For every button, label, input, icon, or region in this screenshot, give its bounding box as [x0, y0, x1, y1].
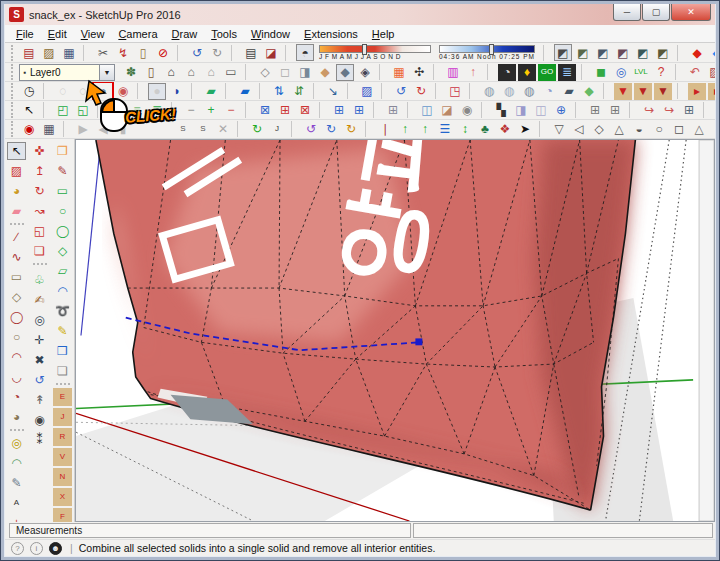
clock-dark-button[interactable]: ◔ — [498, 64, 516, 81]
swap-up-down-button[interactable]: ⇅ — [270, 83, 288, 100]
table-green-1-button[interactable]: ◰ — [54, 102, 72, 119]
shield-3-button[interactable]: ◍ — [520, 83, 538, 100]
shape-blob-button[interactable]: ○ — [710, 121, 715, 138]
doc-gray-button[interactable]: ◉ — [458, 102, 476, 119]
two-point-arc-tool[interactable]: ◡ — [7, 368, 26, 386]
tan-r-2-button[interactable]: ▸ — [708, 83, 715, 100]
lines-green-3-button[interactable]: ≣ — [148, 102, 166, 119]
scale-tool[interactable]: ◱ — [30, 222, 49, 240]
shadow-face-style-button[interactable]: ◓ — [296, 44, 314, 61]
pencil-red-button[interactable]: ╱ — [714, 102, 715, 119]
checker-button[interactable]: ▚ — [492, 102, 510, 119]
shield-1-button[interactable]: ◍ — [480, 83, 498, 100]
shape-cup-button[interactable]: ◻ — [670, 121, 688, 138]
shape-circle-green-tool[interactable]: ○ — [53, 202, 72, 220]
sliders-dark-button[interactable]: ≣ — [558, 64, 576, 81]
erase-button[interactable]: ⊘ — [154, 44, 172, 61]
shaded-style-button[interactable]: ◆ — [316, 64, 334, 81]
spacer-1[interactable] — [134, 121, 152, 138]
play-gray-button[interactable]: ▶ — [74, 121, 92, 138]
minus-red-button[interactable]: − — [222, 102, 240, 119]
doc-blue-button[interactable]: ◫ — [418, 102, 436, 119]
knife-button[interactable]: ▰ — [560, 83, 578, 100]
measurements-value-box[interactable] — [413, 523, 713, 538]
tan-r-1-button[interactable]: ▸ — [688, 83, 706, 100]
shape-ellipse-green-tool[interactable]: ◯ — [53, 222, 72, 240]
drop-e-tool[interactable]: E — [53, 388, 72, 406]
geolocation-icon[interactable]: ? — [11, 542, 24, 555]
tan-x-3-button[interactable]: ▼ — [654, 83, 672, 100]
circle-tool[interactable]: ◯ — [7, 308, 26, 326]
scene-cabinet-view-button[interactable]: ▯ — [142, 64, 160, 81]
table-green-2-button[interactable]: ◱ — [74, 102, 92, 119]
fog-style-6-button[interactable]: ◩ — [654, 44, 672, 61]
zoom-blue-button[interactable]: ◎ — [612, 64, 630, 81]
menu-extensions[interactable]: Extensions — [297, 26, 365, 42]
curve-blue-tool[interactable]: ◠ — [53, 282, 72, 300]
record-button[interactable]: ◉ — [20, 121, 38, 138]
rotate-cw-red-button[interactable]: ↻ — [412, 83, 430, 100]
shield-2-button[interactable]: ◍ — [500, 83, 518, 100]
menu-draw[interactable]: Draw — [165, 26, 205, 42]
fog-style-5-button[interactable]: ◩ — [634, 44, 652, 61]
line-tool[interactable]: ∕ — [7, 228, 26, 246]
shape-sphere-button[interactable]: ○ — [650, 121, 668, 138]
textured-style-button[interactable]: ◆ — [336, 64, 354, 81]
offset-tool[interactable]: ❏ — [30, 242, 49, 260]
swap-down-up-button[interactable]: ⇵ — [290, 83, 308, 100]
menu-file[interactable]: File — [9, 26, 41, 42]
fog-style-4-button[interactable]: ◩ — [614, 44, 632, 61]
drop-x-tool[interactable]: X — [53, 488, 72, 506]
freehand-tool[interactable]: ∿ — [7, 248, 26, 266]
web-button[interactable]: ⊕ — [552, 102, 570, 119]
wireframe-style-button[interactable]: ◻ — [276, 64, 294, 81]
zoom-extents-tool[interactable]: ✖ — [30, 351, 49, 369]
slider-thumb[interactable] — [489, 44, 494, 55]
walk-tool[interactable]: ⁑ — [30, 431, 49, 449]
scatter-arrows-button[interactable]: ✣ — [410, 64, 428, 81]
dimension-tool[interactable]: ✎ — [7, 474, 26, 492]
rotated-rectangle-tool[interactable]: ◇ — [7, 288, 26, 306]
clip-gray-tool[interactable]: ❏ — [53, 362, 72, 380]
model-canvas[interactable]: 양파 — [76, 140, 714, 521]
box-blue-tool[interactable]: ❒ — [53, 342, 72, 360]
drop-j-tool[interactable]: J — [53, 408, 72, 426]
maximize-button[interactable]: ▢ — [642, 4, 670, 21]
zoom-next-button[interactable]: ◌ — [74, 83, 92, 100]
push-up-button[interactable]: ↑ — [464, 64, 482, 81]
paint-bucket-tool[interactable]: ◕ — [7, 182, 26, 200]
menu-window[interactable]: Window — [244, 26, 297, 42]
stamp-red-1-button[interactable]: ▨ — [706, 64, 715, 81]
menu-view[interactable]: View — [74, 26, 112, 42]
outer-shell-button[interactable]: ◕ — [94, 83, 112, 100]
sandbox-tool[interactable]: ♧ — [30, 271, 49, 289]
spacer-2[interactable] — [154, 121, 172, 138]
follow-me-tool[interactable]: ↝ — [30, 202, 49, 220]
grid-blue-2-button[interactable]: ⊞ — [350, 102, 368, 119]
x-gray-button[interactable]: ✕ — [214, 121, 232, 138]
back-view-button[interactable]: ▭ — [222, 64, 240, 81]
drop-n-tool[interactable]: N — [53, 468, 72, 486]
tape-measure-tool[interactable]: ◎ — [7, 434, 26, 452]
undo-red-button[interactable]: ↶ — [686, 64, 704, 81]
gradient-button[interactable]: ▥ — [444, 64, 462, 81]
blue-x-grid-button[interactable]: ▨ — [358, 83, 376, 100]
menu-help[interactable]: Help — [365, 26, 402, 42]
j-hook-button[interactable]: J — [268, 121, 286, 138]
projector-button[interactable]: ▦ — [40, 121, 58, 138]
menu-camera[interactable]: Camera — [111, 26, 164, 42]
arrow-updown-green-button[interactable]: ↕ — [456, 121, 474, 138]
slider-thumb[interactable] — [362, 44, 367, 55]
redo-button[interactable]: ↻ — [208, 44, 226, 61]
rocket-tool[interactable]: ↟ — [30, 391, 49, 409]
toolbar-drag-handle[interactable] — [11, 121, 16, 137]
component-sticker-tool[interactable]: ▨ — [7, 162, 26, 180]
table-plain-1-button[interactable]: ⊞ — [586, 102, 604, 119]
look-around-tool[interactable]: ◉ — [30, 411, 49, 429]
marker-tool[interactable]: ✎ — [53, 162, 72, 180]
sticky-note-tool[interactable]: ❐ — [53, 142, 72, 160]
table-add-button[interactable]: ⊞ — [680, 102, 698, 119]
layer-dropdown-arrow-icon[interactable]: ▼ — [99, 65, 114, 80]
toolbar-drag-handle[interactable] — [11, 45, 16, 61]
xray-style-button[interactable]: ◇ — [256, 64, 274, 81]
